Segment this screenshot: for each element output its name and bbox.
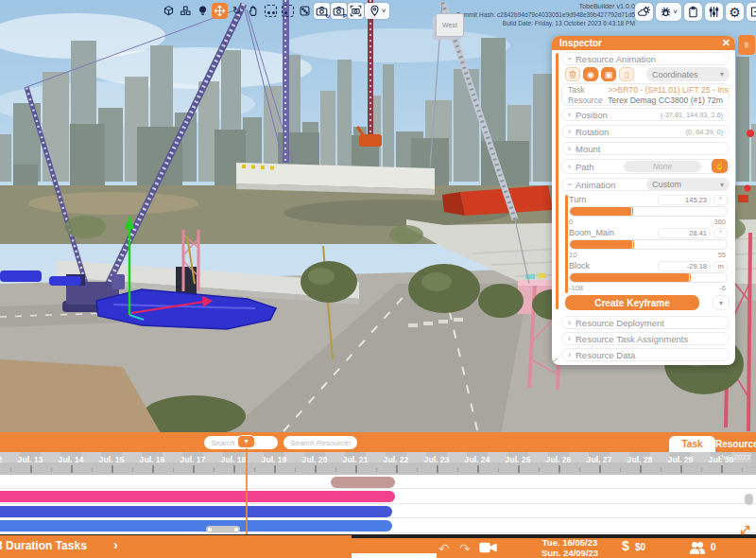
slider-track[interactable] [569, 272, 728, 283]
day-label: Jul. 21 [336, 455, 374, 464]
gantt-task-bar[interactable] [0, 520, 392, 532]
section-mount[interactable]: ›Mount [561, 142, 730, 155]
weather-icon[interactable] [635, 3, 653, 21]
slider-max: 360 [713, 218, 726, 226]
major-tick [274, 465, 276, 473]
pan-tool-button[interactable] [246, 3, 262, 19]
create-keyframe-dropdown[interactable]: ▾ [713, 295, 730, 310]
major-tick [233, 465, 235, 473]
animation-select[interactable]: Custom ▾ [646, 178, 730, 191]
settings-gear-button[interactable]: ⚙ [726, 3, 744, 21]
redo-icon[interactable]: ↷ [459, 542, 471, 555]
dollar-icon: $ [622, 539, 629, 552]
timeline-resize-handle[interactable] [740, 525, 750, 535]
minor-tick [92, 468, 93, 472]
slider-track[interactable] [569, 206, 728, 217]
horizontal-scrollbar[interactable] [206, 526, 240, 532]
gantt-task-bar[interactable] [331, 477, 395, 488]
bug-button[interactable]: ˅ [656, 3, 681, 21]
section-resource-deployment[interactable]: ›Resource Deployment [561, 316, 730, 329]
coordinates-select[interactable]: Coordinates ▾ [646, 67, 730, 81]
timeline-date-scale[interactable]: Jul. 12Jul. 13Jul. 14Jul. 15Jul. 16Jul. … [0, 452, 756, 475]
slider-handle[interactable] [631, 240, 634, 249]
film-reel-icon[interactable]: ◉ [583, 67, 598, 81]
minor-tick [498, 468, 499, 472]
major-tick [355, 465, 357, 473]
inspector-title: Inspector [552, 36, 735, 50]
major-tick [112, 465, 113, 473]
day-label: Jul. 13 [11, 455, 49, 464]
playhead-marker[interactable]: ▾ [237, 435, 255, 448]
slider-track[interactable] [569, 239, 728, 250]
end-date: Sun. 24/09/23 [527, 549, 612, 558]
task-label: Task [568, 85, 606, 96]
major-tick [30, 465, 32, 473]
path-pick-button[interactable]: ☝ [712, 159, 728, 173]
device-icon[interactable]: ▯ [619, 67, 634, 81]
minor-tick [457, 468, 458, 472]
clipboard-button[interactable] [684, 3, 702, 21]
cube-group-icon[interactable] [178, 3, 194, 19]
slider-unit: ° [713, 228, 728, 238]
gantt-task-bar[interactable] [0, 506, 392, 517]
chevron-down-icon: › [565, 58, 575, 61]
chevron-down-icon: ˅ [673, 9, 678, 16]
trash-icon[interactable] [565, 67, 580, 81]
minor-tick [295, 468, 296, 472]
video-camera-icon[interactable] [479, 541, 497, 554]
major-tick [558, 465, 560, 473]
vertical-scrollbar[interactable] [745, 494, 753, 505]
day-label: Jul. 23 [418, 455, 455, 464]
tune-button[interactable] [705, 3, 723, 21]
navigation-cube[interactable]: West [436, 13, 464, 37]
resource-label: Resource [568, 96, 606, 106]
box-icon[interactable]: ▣ [601, 67, 616, 81]
toolbar-system: ˅ ⚙ [635, 3, 756, 21]
duration-tasks-header[interactable]: 8 Duration Tasks › [0, 535, 352, 558]
section-resource-animation[interactable]: › Resource Animation [561, 52, 730, 65]
toolbar-main: ↻ ↻ P ˅ [161, 3, 389, 19]
slider-unit: ° [713, 195, 728, 205]
chevron-right-icon[interactable]: › [113, 537, 118, 552]
section-resource-data[interactable]: ›Resource Data [561, 348, 730, 361]
move-tool-button[interactable] [212, 3, 228, 19]
day-label: Jul. 22 [377, 455, 415, 464]
location-pin-button[interactable]: ˅ [365, 3, 389, 19]
people-icon[interactable] [688, 541, 707, 554]
lightbulb-icon[interactable] [195, 3, 211, 19]
camera-frame-button[interactable] [348, 3, 364, 19]
day-label: Jul. 28 [621, 455, 659, 464]
inspector-resize-handle[interactable]: ↕ [551, 356, 559, 364]
undo-icon[interactable]: ↶ [438, 542, 450, 555]
camera-orbit-button[interactable]: ↻ [314, 3, 330, 19]
minor-tick [376, 468, 377, 472]
dice-icon[interactable] [297, 3, 313, 19]
slider-handle[interactable] [688, 273, 691, 282]
close-icon[interactable]: ✕ [722, 37, 730, 49]
pinned-clipboard-button[interactable] [738, 35, 755, 55]
section-position[interactable]: ›Position (-37.81, 144.93, 2.6) [561, 108, 730, 121]
marquee-group-select-icon[interactable] [280, 3, 296, 19]
gantt-task-bar[interactable] [0, 491, 395, 502]
tab-task[interactable]: Task [669, 436, 715, 452]
slider-value-box[interactable]: 145.23 [658, 195, 711, 205]
section-rotation[interactable]: ›Rotation (0, 64.39, 0) [561, 125, 730, 138]
rotate-tool-button[interactable]: ↻ [229, 3, 245, 19]
slider-value-box[interactable]: 28.41 [658, 228, 711, 238]
major-tick [193, 465, 195, 473]
major-tick [721, 465, 723, 473]
cube-icon[interactable] [161, 3, 177, 19]
slider-unit: m [713, 261, 728, 271]
marquee-select-icon[interactable] [263, 3, 279, 19]
minor-tick [701, 468, 702, 472]
tab-resource[interactable]: Resource [715, 436, 756, 452]
create-keyframe-button[interactable]: Create Keyframe [565, 295, 699, 310]
camera-perspective-button[interactable]: P [331, 3, 347, 19]
path-input[interactable]: None [624, 161, 701, 172]
search-resources-input[interactable] [284, 436, 357, 449]
date-range[interactable]: Tue. 16/05/23 Sun. 24/09/23 [527, 538, 612, 558]
section-resource-task-assignments[interactable]: ›Resource Task Assignments [561, 332, 730, 345]
slider-handle[interactable] [630, 207, 633, 216]
slider-value-box[interactable]: -29.18 [658, 261, 711, 271]
exit-button[interactable] [747, 3, 756, 21]
